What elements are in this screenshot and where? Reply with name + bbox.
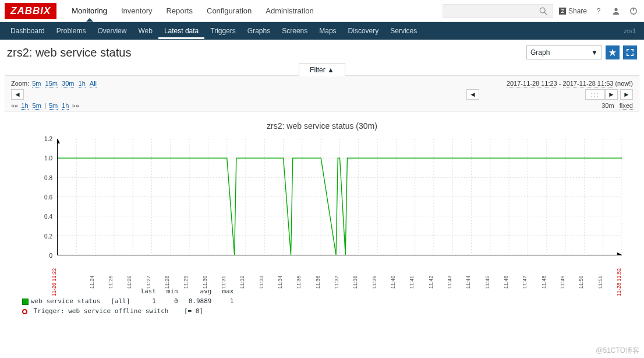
view-select-value: Graph [530,48,550,57]
slider-grip[interactable]: ::: [585,89,605,100]
subnav-services[interactable]: Services [384,23,423,39]
slider-left-handle[interactable]: ◄ [466,89,479,100]
nav-left: «« 1h 5m | 5m 1h »» [11,102,79,109]
filter-toggle[interactable]: Filter ▲ [299,63,345,76]
scroll-right-button[interactable]: ► [620,89,633,100]
view-select[interactable]: Graph ▼ [526,45,602,59]
search-icon[interactable] [537,5,549,17]
subnav-problems[interactable]: Problems [51,23,92,39]
main-menu-inventory[interactable]: Inventory [114,1,159,21]
subnav-screens[interactable]: Screens [276,23,313,39]
range-to[interactable]: 2017-11-28 11:53 [563,80,614,87]
now-label: (now!) [615,80,633,87]
trigger-swatch [22,309,27,314]
subnav-web[interactable]: Web [132,23,158,39]
share-button[interactable]: Z Share [559,7,587,15]
z-icon: Z [559,8,566,15]
zoom-5m[interactable]: 5m [32,80,41,87]
search-box[interactable] [443,4,553,18]
filter-row: Filter ▲ [5,63,639,76]
brand-logo: ZABBIX [5,3,56,19]
svg-point-0 [540,8,546,13]
nav-1h[interactable]: 1h [21,102,28,110]
zoom-all[interactable]: All [90,80,97,87]
main-menu-monitoring[interactable]: Monitoring [65,1,114,21]
host-label: zrs1 [624,27,639,34]
zoom-1h[interactable]: 1h [79,80,86,87]
svg-point-2 [614,8,617,10]
chart-plot: 00.20.40.60.81.01.2 11-28 11:2211:2411:2… [16,133,628,285]
subnav-graphs[interactable]: Graphs [242,23,276,39]
subnav-latest-data[interactable]: Latest data [158,23,204,39]
subnav-overview[interactable]: Overview [91,23,132,39]
top-nav: ZABBIX MonitoringInventoryReportsConfigu… [0,0,644,22]
svg-line-1 [545,12,547,15]
user-icon[interactable] [610,5,622,17]
slider-right-handle[interactable]: ► [605,89,618,100]
chevron-down-icon: ▼ [591,48,598,57]
zoom-controls: Zoom: 5m 15m 30m 1h All [11,80,98,87]
nav-duration: 30m [601,102,614,109]
nav-5m[interactable]: 5m [33,102,41,110]
help-icon[interactable]: ? [593,5,604,17]
main-menu-configuration[interactable]: Configuration [200,1,259,21]
range-from[interactable]: 2017-11-28 11:23 [507,80,557,87]
subnav-discovery[interactable]: Discovery [342,23,385,39]
zoom-15m[interactable]: 15m [45,80,58,87]
nav-1h[interactable]: 1h [62,102,69,110]
main-menu: MonitoringInventoryReportsConfigurationA… [65,1,320,21]
fullscreen-button[interactable] [623,45,637,59]
subnav-dashboard[interactable]: Dashboard [5,23,51,39]
main-menu-administration[interactable]: Administration [259,1,320,21]
subnav-maps[interactable]: Maps [313,23,342,39]
time-slider[interactable]: ◄ ::: ► [466,89,618,100]
chart-legend: lastminavgmaxweb service status[all]100.… [16,286,628,317]
legend-swatch [22,299,29,305]
logout-icon[interactable] [628,5,639,17]
main-menu-reports[interactable]: Reports [159,1,200,21]
time-range: 2017-11-28 11:23 - 2017-11-28 11:53 (now… [507,80,633,87]
sub-nav: DashboardProblemsOverviewWebLatest dataT… [0,22,644,40]
scroll-left-button[interactable]: ◄ [11,89,24,100]
zoom-30m[interactable]: 30m [62,80,74,87]
page-title: zrs2: web service status [7,46,131,59]
zoom-label: Zoom: [11,80,29,87]
search-input[interactable] [447,7,537,15]
subnav-triggers[interactable]: Triggers [204,23,242,39]
chart-title: zrs2: web service status (30m) [5,117,639,133]
time-bar: Zoom: 5m 15m 30m 1h All 2017-11-28 11:23… [5,76,639,112]
page-header: zrs2: web service status Graph ▼ [0,40,644,63]
nav-right: 30m fixed [601,102,633,109]
share-label: Share [568,7,587,15]
chart: zrs2: web service status (30m) 00.20.40.… [5,117,639,317]
top-right: Z Share ? [443,4,639,18]
favorite-button[interactable] [606,45,620,59]
nav-mode[interactable]: fixed [620,102,633,110]
nav-5m[interactable]: 5m [49,102,58,110]
